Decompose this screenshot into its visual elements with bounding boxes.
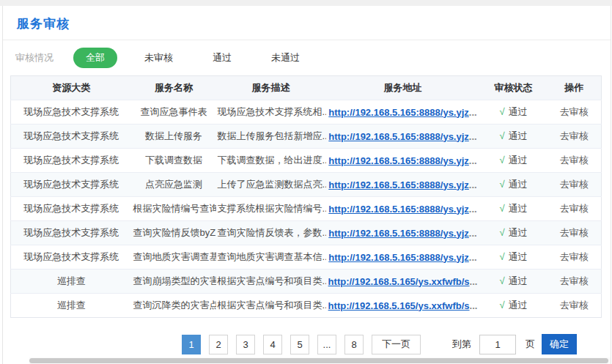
go-audit-link[interactable]: 去审核: [560, 251, 589, 262]
header-operation: 操作: [548, 76, 602, 100]
goto-page-input[interactable]: [479, 335, 516, 354]
header-audit-status: 审核状态: [480, 76, 548, 100]
cell-service-desc: 查询灾险情反馈表，参数...: [216, 221, 326, 245]
pagination-bar: 1 2 3 4 5 ... 8 下一页 到第 页 确定: [182, 334, 577, 354]
check-icon: √: [499, 179, 504, 190]
status-badge: 通过: [509, 275, 528, 286]
cell-category: 现场应急技术支撑系统: [11, 149, 132, 173]
status-badge: 通过: [509, 227, 528, 238]
service-url-link[interactable]: http://192.168.5.165:8888/ys.yjz: [328, 228, 469, 239]
page-button-5[interactable]: 5: [290, 335, 309, 354]
horizontal-scrollbar[interactable]: [29, 357, 611, 364]
service-url-link[interactable]: http://192.168.5.165:8888/ys.yjz: [328, 204, 469, 215]
cell-service-name: 数据上传服务: [132, 125, 216, 149]
table-row: 现场应急技术支撑系统 查询地质灾害调查基... 查询地质灾害调查基本信... h…: [11, 245, 602, 270]
page-button-1[interactable]: 1: [182, 335, 201, 354]
status-badge: 通过: [509, 251, 528, 262]
cell-service-desc: 支撑系统根据灾险情编号...: [216, 197, 326, 221]
table-row: 现场应急技术支撑系统 查询应急事件表 现场应急技术支撑系统相... http:/…: [11, 100, 602, 125]
audit-filter-bar: 审核情况 全部 未审核 通过 未通过: [3, 40, 611, 75]
cell-category: 现场应急技术支撑系统: [11, 221, 132, 245]
cell-service-name: 查询灾险情反馈byZ...: [132, 221, 216, 245]
status-badge: 通过: [509, 130, 528, 141]
go-audit-link[interactable]: 去审核: [560, 300, 589, 311]
cell-category: 现场应急技术支撑系统: [11, 173, 132, 197]
panel-header: 服务审核: [3, 6, 611, 40]
go-audit-link[interactable]: 去审核: [560, 130, 589, 141]
goto-page-suffix: 页: [526, 338, 535, 351]
url-ellipsis: ...: [469, 228, 477, 239]
page-button-4[interactable]: 4: [263, 335, 282, 354]
cell-service-desc: 上传了应急监测数据点亮...: [216, 173, 326, 197]
scrollbar-thumb[interactable]: [29, 358, 608, 363]
confirm-button[interactable]: 确定: [542, 334, 577, 354]
filter-tab-all[interactable]: 全部: [73, 48, 117, 68]
cell-service-name: 查询地质灾害调查基...: [132, 245, 216, 270]
url-ellipsis: ...: [469, 179, 477, 190]
check-icon: √: [499, 251, 504, 262]
url-ellipsis: ...: [469, 155, 477, 166]
cell-category: 现场应急技术支撑系统: [11, 100, 132, 125]
cell-service-desc: 查询地质灾害调查基本信...: [216, 245, 326, 270]
service-url-link[interactable]: http://192.168.5.165/ys.xxfwfb/s: [328, 276, 470, 287]
check-icon: √: [499, 106, 504, 117]
page-button-2[interactable]: 2: [209, 335, 228, 354]
next-page-button[interactable]: 下一页: [372, 335, 421, 354]
url-ellipsis: ...: [469, 204, 477, 215]
url-ellipsis: ...: [469, 131, 477, 142]
page-button-3[interactable]: 3: [236, 335, 255, 354]
service-url-link[interactable]: http://192.168.5.165:8888/ys.yjz: [328, 252, 469, 263]
cell-service-name: 查询崩塌类型的灾害...: [132, 270, 216, 294]
cell-service-name: 查询沉降类的灾害点...: [132, 294, 216, 318]
service-url-link[interactable]: http://192.168.5.165:8888/ys.yjz: [328, 155, 469, 166]
status-badge: 通过: [509, 155, 528, 166]
filter-tab-failed[interactable]: 未通过: [262, 48, 309, 68]
check-icon: √: [499, 130, 504, 141]
filter-tab-passed[interactable]: 通过: [204, 48, 240, 68]
service-url-link[interactable]: http://192.168.5.165/ys.xxfwfb/s: [328, 300, 470, 311]
check-icon: √: [499, 155, 504, 166]
page-button-8[interactable]: 8: [344, 335, 364, 354]
cell-service-desc: 数据上传服务包括新增应...: [216, 125, 326, 149]
go-audit-link[interactable]: 去审核: [560, 203, 589, 214]
go-audit-link[interactable]: 去审核: [560, 227, 589, 238]
cell-category: 现场应急技术支撑系统: [11, 197, 132, 221]
table-row: 巡排查 查询沉降类的灾害点... 根据灾害点编号和项目类... http://1…: [11, 294, 602, 318]
service-audit-panel: 服务审核 审核情况 全部 未审核 通过 未通过 资源大类 服务名称 服务描述 服…: [2, 6, 611, 364]
cell-category: 现场应急技术支撑系统: [11, 125, 132, 149]
table-row: 巡排查 查询崩塌类型的灾害... 根据灾害点编号和项目类... http://1…: [11, 270, 602, 294]
cell-service-name: 根据灾险情编号查询...: [132, 197, 216, 221]
header-service-name: 服务名称: [132, 76, 216, 100]
header-service-desc: 服务描述: [216, 76, 326, 100]
url-ellipsis: ...: [469, 252, 477, 263]
table-header: 资源大类 服务名称 服务描述 服务地址 审核状态 操作: [11, 76, 602, 100]
service-url-link[interactable]: http://192.168.5.165:8888/ys.yjz: [328, 107, 469, 118]
go-audit-link[interactable]: 去审核: [560, 179, 589, 190]
header-category: 资源大类: [11, 76, 132, 100]
page-button-ellipsis[interactable]: ...: [317, 335, 336, 354]
cell-category: 巡排查: [11, 270, 132, 294]
filter-label: 审核情况: [15, 51, 54, 64]
url-ellipsis: ...: [470, 276, 478, 287]
go-audit-link[interactable]: 去审核: [560, 106, 589, 117]
table-row: 现场应急技术支撑系统 查询灾险情反馈byZ... 查询灾险情反馈表，参数... …: [11, 221, 602, 245]
service-url-link[interactable]: http://192.168.5.165:8888/ys.yjz: [328, 131, 469, 142]
go-audit-link[interactable]: 去审核: [560, 275, 589, 286]
status-badge: 通过: [509, 203, 528, 214]
check-icon: √: [499, 275, 504, 286]
page-title: 服务审核: [17, 17, 70, 31]
service-url-link[interactable]: http://192.168.5.165:8888/ys.yjz: [328, 179, 469, 190]
url-ellipsis: ...: [470, 300, 478, 311]
service-audit-table: 资源大类 服务名称 服务描述 服务地址 审核状态 操作 现场应急技术支撑系统 查…: [10, 75, 602, 318]
cell-service-desc: 根据灾害点编号和项目类...: [216, 270, 326, 294]
status-badge: 通过: [509, 106, 528, 117]
check-icon: √: [499, 300, 504, 311]
url-ellipsis: ...: [469, 107, 477, 118]
filter-tab-unreviewed[interactable]: 未审核: [136, 48, 182, 68]
go-audit-link[interactable]: 去审核: [560, 155, 589, 166]
page-background-strip: [0, 0, 612, 6]
cell-service-name: 查询应急事件表: [132, 100, 216, 125]
cell-service-desc: 现场应急技术支撑系统相...: [216, 100, 326, 125]
check-icon: √: [499, 227, 504, 238]
cell-service-name: 下载调查数据: [132, 149, 216, 173]
